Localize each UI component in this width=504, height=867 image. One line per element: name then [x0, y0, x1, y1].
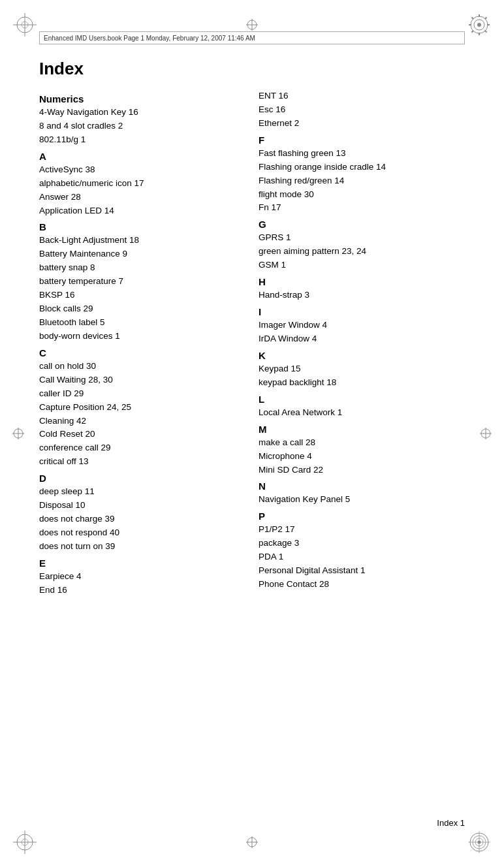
page-title: Index [39, 59, 465, 79]
index-item: 802.11b/g 1 [39, 133, 245, 147]
top-center-mark [245, 18, 259, 31]
index-item: Flashing orange inside cradle 14 [259, 161, 465, 174]
index-item: Personal Digital Assistant 1 [259, 564, 465, 578]
page-number: Index 1 [437, 818, 465, 828]
index-item: Fn 17 [259, 201, 465, 215]
bottom-center-mark [245, 836, 259, 849]
svg-point-6 [477, 23, 481, 27]
index-item: Local Area Network 1 [259, 406, 465, 420]
svg-line-12 [485, 31, 487, 33]
svg-line-13 [485, 18, 487, 20]
index-item: keypad backlight 18 [259, 376, 465, 390]
svg-line-14 [472, 31, 474, 33]
index-item: body-worn devices 1 [39, 330, 245, 343]
section-header: K [259, 350, 465, 361]
section-header: H [259, 276, 465, 287]
index-columns: Numerics4-Way Navigation Key 168 and 4 s… [39, 89, 465, 597]
section-header: L [259, 394, 465, 405]
section-header: C [39, 347, 245, 358]
index-item: IrDA Window 4 [259, 332, 465, 346]
index-item: ActiveSync 38 [39, 163, 245, 177]
index-item: flight mode 30 [259, 188, 465, 202]
index-item: does not charge 39 [39, 512, 245, 526]
index-item: BKSP 16 [39, 289, 245, 302]
index-item: Cold Reset 20 [39, 428, 245, 441]
section-header: Numerics [39, 93, 245, 104]
index-item: 8 and 4 slot cradles 2 [39, 119, 245, 133]
index-item: P1/P2 17 [259, 523, 465, 537]
main-content: Index Numerics4-Way Navigation Key 168 a… [39, 59, 465, 808]
index-item: Ethernet 2 [259, 117, 465, 131]
corner-mark-bl [12, 829, 38, 855]
corner-mark-br [466, 829, 492, 855]
index-item: alphabetic/numeric icon 17 [39, 177, 245, 191]
index-item: 4-Way Navigation Key 16 [39, 106, 245, 119]
section-header: F [259, 134, 465, 146]
index-col-left: Numerics4-Way Navigation Key 168 and 4 s… [39, 89, 252, 597]
index-item: call on hold 30 [39, 360, 245, 373]
section-header: G [259, 219, 465, 230]
index-item: Microphone 4 [259, 450, 465, 464]
section-header: B [39, 221, 245, 232]
index-item: Mini SD Card 22 [259, 464, 465, 477]
index-item: Phone Contact 28 [259, 578, 465, 591]
index-item: GPRS 1 [259, 231, 465, 245]
index-item: critical off 13 [39, 455, 245, 469]
index-item: Fast flashing green 13 [259, 147, 465, 161]
section-header: E [39, 558, 245, 569]
section-header: D [39, 473, 245, 484]
header-metadata: Enhanced IMD Users.book Page 1 Monday, F… [44, 35, 255, 42]
section-header: P [259, 511, 465, 522]
index-item: ENT 16 [259, 89, 465, 103]
section-header: M [259, 424, 465, 435]
index-item: Hand-strap 3 [259, 289, 465, 302]
index-item: Application LED 14 [39, 204, 245, 218]
index-item: Block calls 29 [39, 302, 245, 316]
corner-mark-tl [12, 12, 38, 38]
index-item: Answer 28 [39, 191, 245, 204]
index-item: does not turn on 39 [39, 540, 245, 554]
index-col-right: ENT 16Esc 16Ethernet 2FFast flashing gre… [252, 89, 465, 597]
index-item: does not respond 40 [39, 526, 245, 540]
section-header: N [259, 481, 465, 492]
side-mark-left [12, 427, 25, 440]
index-item: conference call 29 [39, 441, 245, 455]
index-item: GSM 1 [259, 259, 465, 272]
index-item: package 3 [259, 537, 465, 550]
index-item: battery temperature 7 [39, 275, 245, 289]
index-item: caller ID 29 [39, 387, 245, 401]
header-bar: Enhanced IMD Users.book Page 1 Monday, F… [39, 31, 465, 44]
index-item: Imager Window 4 [259, 319, 465, 332]
index-item: Earpiece 4 [39, 570, 245, 584]
index-item: make a call 28 [259, 436, 465, 450]
section-header: I [259, 306, 465, 317]
index-item: End 16 [39, 584, 245, 597]
index-item: battery snap 8 [39, 261, 245, 275]
index-item: deep sleep 11 [39, 485, 245, 499]
corner-mark-tr [466, 12, 492, 38]
index-item: Capture Position 24, 25 [39, 401, 245, 415]
svg-line-11 [472, 18, 474, 20]
index-item: Navigation Key Panel 5 [259, 493, 465, 507]
index-item: Keypad 15 [259, 362, 465, 376]
side-mark-right [479, 427, 492, 440]
index-item: Back-Light Adjustment 18 [39, 234, 245, 247]
section-header: A [39, 151, 245, 162]
index-item: Bluetooth label 5 [39, 316, 245, 330]
footer: Index 1 [437, 818, 465, 828]
index-item: Battery Maintenance 9 [39, 247, 245, 261]
page-container: Enhanced IMD Users.book Page 1 Monday, F… [0, 0, 504, 867]
index-item: Flashing red/green 14 [259, 174, 465, 188]
index-item: Call Waiting 28, 30 [39, 373, 245, 387]
index-item: Esc 16 [259, 103, 465, 117]
index-item: Cleaning 42 [39, 415, 245, 428]
index-item: Disposal 10 [39, 499, 245, 512]
index-item: PDA 1 [259, 550, 465, 564]
index-item: green aiming pattern 23, 24 [259, 245, 465, 259]
